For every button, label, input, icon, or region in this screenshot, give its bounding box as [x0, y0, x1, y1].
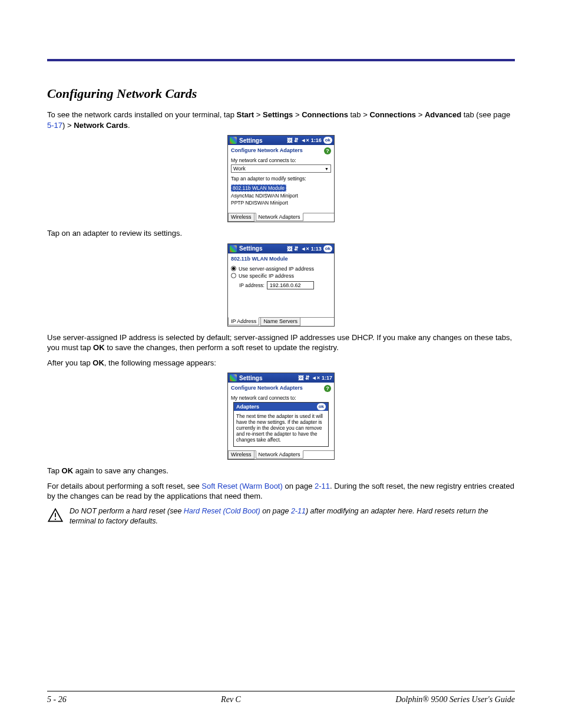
tap-again-a: Tap — [47, 466, 62, 475]
section-title: Configuring Network Cards — [47, 86, 515, 101]
softreset-paragraph: For details about performing a soft rese… — [47, 481, 515, 502]
connects-dropdown[interactable]: Work ▼ — [231, 164, 331, 173]
windows-start-icon[interactable] — [230, 374, 237, 381]
after-ok-paragraph: After you tap OK, the following message … — [47, 358, 515, 368]
speaker-icon[interactable]: ◄× — [300, 137, 309, 143]
windows-start-icon[interactable] — [230, 245, 237, 252]
sep: tab (see page — [461, 110, 510, 119]
adapter-item[interactable]: 802.11b WLAN Module — [231, 184, 331, 192]
after-a: After you tap — [47, 358, 92, 367]
popup-body-text: The next time the adapter is used it wil… — [236, 413, 326, 443]
crumb-networkcards: Network Cards — [74, 121, 128, 130]
help-icon[interactable]: ? — [324, 385, 331, 392]
tap-again-b: again to save any changes. — [73, 466, 168, 475]
soft-reset-link[interactable]: Soft Reset (Warm Boot) — [201, 482, 283, 490]
dhcp-paragraph: Use server-assigned IP address is select… — [47, 332, 515, 353]
tab-ip-address[interactable]: IP Address — [228, 317, 259, 325]
radio-icon — [231, 266, 236, 271]
after-b: , the following message appears: — [104, 358, 216, 367]
soft-reset-page-link[interactable]: 2-11 — [315, 482, 330, 490]
popup-title-text: Adapters — [236, 404, 259, 410]
tap-again-paragraph: Tap OK again to save any changes. — [47, 466, 515, 476]
ip-label: IP address: — [239, 282, 265, 288]
intro-paragraph: To see the network cards installed on yo… — [47, 110, 515, 130]
panel-subtitle: Configure Network Adapters — [231, 147, 303, 154]
hard-reset-link[interactable]: Hard Reset (Cold Boot) — [184, 507, 260, 515]
warn-a: Do NOT perform a hard reset (see — [70, 507, 184, 515]
crumb-start: Start — [237, 110, 254, 119]
screenshot-configure-adapters: Settings 🖾 ⇵ ◄× 1:16 ok Configure Networ… — [227, 135, 335, 222]
connectivity-icon[interactable]: 🖾 — [287, 137, 292, 143]
adapter-item[interactable]: PPTP NDISWAN Miniport — [231, 199, 331, 206]
sep: > — [416, 110, 425, 119]
footer-page-num: 5 - 26 — [47, 695, 67, 704]
ok-text: OK — [92, 358, 104, 367]
adapter-item[interactable]: AsyncMac NDISWAN Miniport — [231, 192, 331, 199]
radio-label: Use specific IP address — [239, 273, 294, 279]
panel-subtitle: 802.11b WLAN Module — [231, 256, 288, 262]
page-ref-link[interactable]: 5-17 — [47, 121, 62, 130]
pda-titlebar: Settings 🖾 ⇵ ◄× 1:17 — [228, 373, 334, 383]
footer-rev: Rev C — [221, 695, 241, 704]
tab-network-adapters[interactable]: Network Adapters — [256, 450, 303, 459]
ok-text: OK — [62, 466, 74, 475]
radio-label: Use server-assigned IP address — [239, 266, 314, 272]
warning-icon — [47, 508, 64, 524]
tab-wireless[interactable]: Wireless — [228, 451, 254, 459]
crumb-connections: Connections — [302, 110, 348, 119]
tab-network-adapters[interactable]: Network Adapters — [256, 213, 303, 221]
sep: > — [293, 110, 302, 119]
connects-value: Work — [233, 166, 246, 172]
intro-end: . — [128, 121, 130, 130]
signal-icon[interactable]: ⇵ — [294, 137, 299, 143]
connects-label: My network card connects to: — [231, 157, 331, 163]
tab-name-servers[interactable]: Name Servers — [260, 318, 300, 326]
adapter-selected: 802.11b WLAN Module — [231, 185, 286, 192]
ok-button[interactable]: ok — [323, 245, 332, 252]
tab-wireless[interactable]: Wireless — [228, 213, 254, 222]
help-icon[interactable]: ? — [324, 147, 331, 154]
warn-b: on page — [260, 507, 291, 515]
speaker-icon[interactable]: ◄× — [300, 246, 309, 252]
clock-text: 1:13 — [311, 246, 322, 252]
svg-point-1 — [55, 519, 56, 520]
sep: tab > — [348, 110, 370, 119]
clock-text: 1:17 — [322, 375, 332, 381]
crumb-settings: Settings — [263, 110, 293, 119]
radio-specific-ip[interactable]: Use specific IP address — [231, 273, 331, 279]
connects-label: My network card connects to: — [231, 395, 331, 401]
pda-titlebar: Settings 🖾 ⇵ ◄× 1:13 ok — [228, 244, 334, 253]
sr-b: on page — [283, 482, 315, 490]
tap-adapter-text: Tap on an adapter to review its settings… — [47, 228, 515, 239]
pda-titlebar: Settings 🖾 ⇵ ◄× 1:16 ok — [228, 136, 334, 145]
chevron-down-icon: ▼ — [325, 167, 329, 171]
connectivity-icon[interactable]: 🖾 — [287, 246, 292, 252]
titlebar-text: Settings — [239, 137, 262, 144]
radio-server-assigned[interactable]: Use server-assigned IP address — [231, 266, 331, 272]
header-rule — [47, 59, 515, 61]
radio-icon — [231, 273, 236, 278]
crumb-connections2: Connections — [369, 110, 416, 119]
signal-icon[interactable]: ⇵ — [294, 246, 299, 252]
windows-start-icon[interactable] — [230, 137, 237, 144]
modify-label: Tap an adapter to modify settings: — [231, 176, 331, 182]
ok-text: OK — [93, 343, 105, 352]
titlebar-text: Settings — [239, 245, 262, 252]
popup-ok-button[interactable]: ok — [317, 403, 326, 410]
dhcp-b: to save the changes, then perform a soft… — [105, 343, 339, 352]
clock-text: 1:16 — [311, 137, 322, 143]
page-footer: 5 - 26 Rev C Dolphin® 9500 Series User's… — [47, 691, 515, 704]
hard-reset-page-link[interactable]: 2-11 — [291, 507, 306, 515]
warning-text: Do NOT perform a hard reset (see Hard Re… — [70, 506, 515, 526]
signal-icon[interactable]: ⇵ — [305, 375, 310, 381]
speaker-icon[interactable]: ◄× — [312, 375, 320, 381]
intro-post: ) > — [62, 121, 74, 130]
ip-address-field[interactable]: 192.168.0.62 — [267, 281, 314, 289]
titlebar-text: Settings — [239, 375, 262, 381]
ok-button[interactable]: ok — [323, 137, 332, 144]
sep: > — [254, 110, 263, 119]
connectivity-icon[interactable]: 🖾 — [298, 375, 303, 381]
crumb-advanced: Advanced — [425, 110, 461, 119]
sr-a: For details about performing a soft rese… — [47, 482, 201, 490]
footer-guide-title: Dolphin® 9500 Series User's Guide — [395, 695, 515, 704]
